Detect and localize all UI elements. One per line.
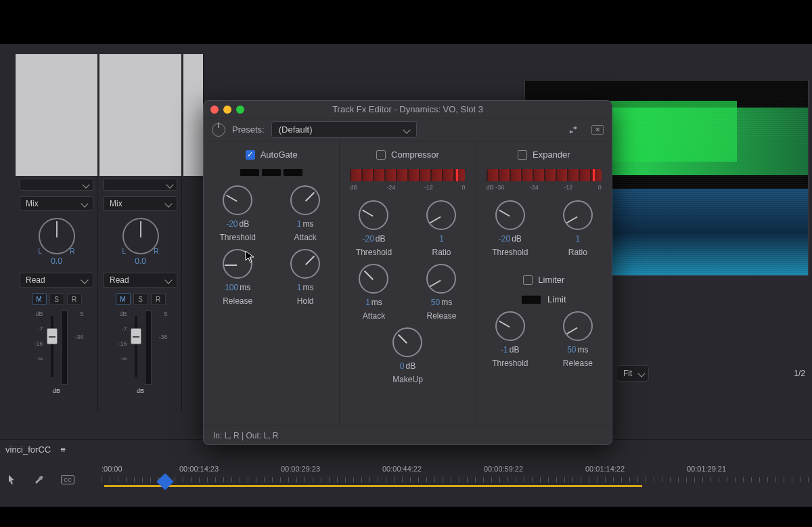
- output-dropdown[interactable]: Mix: [20, 196, 93, 211]
- solo-button[interactable]: S: [49, 293, 64, 305]
- expander-title: Expander: [533, 150, 570, 160]
- zoom-dropdown[interactable]: Fit: [616, 365, 649, 382]
- cc-icon[interactable]: CC: [61, 475, 74, 484]
- expander-section: Expander dB -36-24-120 -20dB Threshold 1…: [476, 141, 612, 426]
- autogate-section: AutoGate -20dB Threshold 1ms Attack 100m…: [204, 141, 340, 426]
- fx-editor-window: Track Fx Editor - Dynamics: VO, Slot 3 P…: [203, 100, 612, 445]
- pan-value: 0.0: [51, 256, 62, 266]
- automation-dropdown[interactable]: Read: [104, 273, 177, 288]
- mixer-channel-1: Mix LR 0.0 Read M S R dB-7-16-∞ 5-36 dB: [16, 54, 98, 413]
- in-out-range[interactable]: [104, 485, 642, 487]
- compressor-makeup-knob[interactable]: [392, 327, 422, 357]
- mixer-channel-3: [183, 54, 204, 413]
- insert-slot-area[interactable]: [16, 54, 97, 176]
- compressor-release-knob[interactable]: [426, 264, 456, 294]
- compressor-section: Compressor dB-24-120 -20dB Threshold 1 R…: [340, 141, 476, 426]
- send-dropdown[interactable]: [104, 179, 177, 191]
- compressor-attack-knob[interactable]: [359, 264, 388, 294]
- pan-knob[interactable]: [39, 218, 75, 254]
- presets-label: Presets:: [232, 124, 265, 135]
- compressor-threshold-knob[interactable]: [359, 200, 388, 230]
- mixer-channel-2: Mix LR 0.0 Read M S R dB-7-16-∞ 5-36 dB: [99, 54, 182, 413]
- limiter-title: Limiter: [538, 275, 564, 285]
- record-button[interactable]: R: [151, 293, 166, 305]
- compare-icon[interactable]: [566, 124, 581, 136]
- window-titlebar[interactable]: Track Fx Editor - Dynamics: VO, Slot 3: [204, 101, 612, 118]
- pointer-tool-icon[interactable]: [7, 474, 20, 485]
- solo-button[interactable]: S: [133, 293, 148, 305]
- project-name: vinci_forCC: [5, 444, 51, 455]
- page-indicator: 1/2: [794, 369, 805, 378]
- limiter-threshold-knob[interactable]: [495, 311, 525, 341]
- gate-status-leds: [240, 169, 302, 176]
- fader[interactable]: [51, 316, 53, 377]
- send-dropdown[interactable]: [20, 179, 93, 191]
- expander-reduction-meter: [487, 169, 602, 181]
- power-button[interactable]: [212, 123, 225, 137]
- autogate-title: AutoGate: [261, 150, 298, 160]
- preset-dropdown[interactable]: (Default): [271, 121, 418, 138]
- autogate-attack-knob[interactable]: [290, 185, 320, 215]
- timeline[interactable]: CC :00:00 00:00:14:23 00:00:29:23 00:00:…: [0, 459, 812, 507]
- level-meter: dB-7-16-∞ 5-36: [104, 311, 177, 385]
- level-meter: dB-7-16-∞ 5-36: [20, 311, 93, 385]
- insert-slot-area[interactable]: [99, 54, 181, 176]
- limiter-release-knob[interactable]: [563, 311, 593, 341]
- fader-handle[interactable]: [47, 328, 58, 344]
- wrench-icon[interactable]: [34, 474, 47, 485]
- limiter-checkbox[interactable]: [523, 275, 533, 285]
- playhead[interactable]: [156, 473, 173, 490]
- expander-checkbox[interactable]: [518, 150, 527, 160]
- pan-value: 0.0: [135, 256, 146, 266]
- limit-label: Limit: [547, 294, 566, 304]
- autogate-hold-knob[interactable]: [290, 249, 320, 279]
- fx-io-footer: In: L, R | Out: L, R: [204, 426, 612, 444]
- compressor-ratio-knob[interactable]: [426, 200, 456, 230]
- compressor-title: Compressor: [391, 150, 439, 160]
- record-button[interactable]: R: [67, 293, 82, 305]
- window-title: Track Fx Editor - Dynamics: VO, Slot 3: [204, 104, 612, 114]
- autogate-checkbox[interactable]: [246, 150, 255, 160]
- mute-button[interactable]: M: [32, 293, 47, 305]
- pan-knob[interactable]: [122, 218, 159, 254]
- automation-dropdown[interactable]: Read: [20, 273, 93, 288]
- expander-threshold-knob[interactable]: [495, 200, 525, 230]
- close-panel-icon[interactable]: ✕: [591, 125, 604, 135]
- fader[interactable]: [135, 316, 137, 377]
- expander-ratio-knob[interactable]: [563, 200, 593, 230]
- mouse-cursor: [245, 250, 254, 264]
- limiter-led: [522, 296, 541, 304]
- autogate-threshold-knob[interactable]: [223, 185, 252, 215]
- compressor-checkbox[interactable]: [376, 150, 386, 160]
- output-dropdown[interactable]: Mix: [104, 196, 177, 211]
- fader-handle[interactable]: [131, 328, 141, 344]
- compressor-reduction-meter: [350, 169, 465, 181]
- menu-icon[interactable]: ≡: [60, 444, 66, 455]
- mute-button[interactable]: M: [116, 293, 131, 305]
